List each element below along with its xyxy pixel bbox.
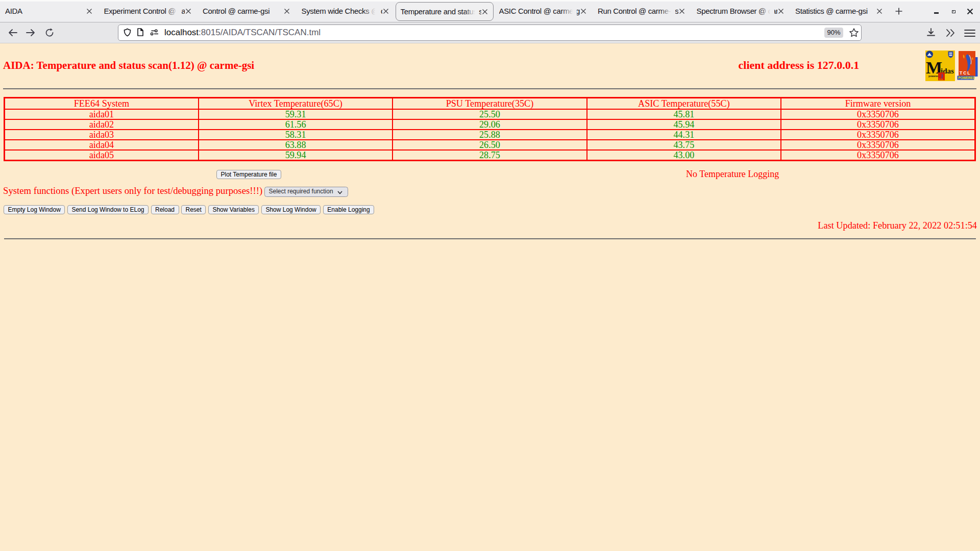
svg-text:TCL: TCL [960,70,971,76]
svg-text:T C L: T C L [939,79,943,81]
svg-text:POWERED: POWERED [958,76,975,80]
